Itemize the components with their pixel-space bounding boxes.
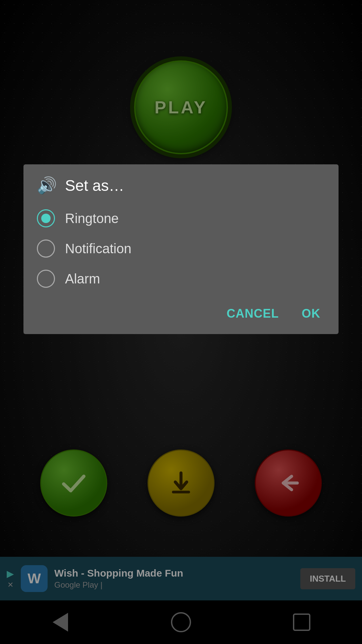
dialog-title-row: 🔊 Set as… bbox=[37, 176, 325, 195]
cancel-button[interactable]: CANCEL bbox=[222, 303, 284, 324]
speaker-icon: 🔊 bbox=[37, 177, 57, 194]
notification-option[interactable]: Notification bbox=[37, 239, 325, 258]
ringtone-option[interactable]: Ringtone bbox=[37, 209, 325, 227]
notification-label: Notification bbox=[65, 241, 131, 256]
alarm-radio[interactable] bbox=[37, 270, 55, 288]
dialog-buttons: CANCEL OK bbox=[37, 300, 325, 324]
ringtone-radio[interactable] bbox=[37, 209, 55, 227]
alarm-label: Alarm bbox=[65, 271, 100, 286]
notification-radio[interactable] bbox=[37, 239, 55, 258]
ok-button[interactable]: OK bbox=[297, 303, 325, 324]
ringtone-label: Ringtone bbox=[65, 211, 119, 226]
dialog-title: Set as… bbox=[65, 176, 124, 195]
alarm-option[interactable]: Alarm bbox=[37, 270, 325, 288]
ringtone-radio-inner bbox=[41, 214, 51, 223]
set-as-dialog: 🔊 Set as… Ringtone Notification Alarm CA… bbox=[23, 164, 339, 334]
